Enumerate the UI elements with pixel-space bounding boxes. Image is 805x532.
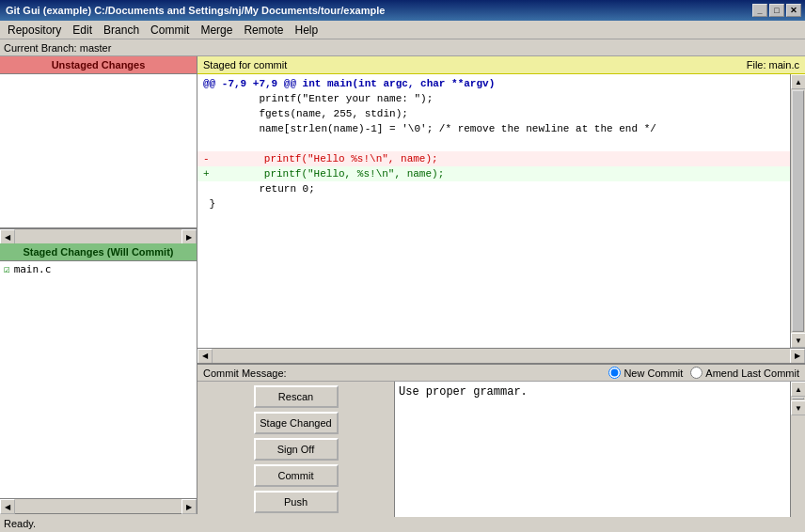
window-controls: _ □ ✕ [752,4,801,17]
diff-scroll-thumb[interactable] [792,90,804,332]
diff-header: Staged for commit File: main.c [197,56,805,74]
commit-scroll-down[interactable]: ▼ [791,400,805,415]
diff-scroll-v[interactable]: ▲ ▼ [790,74,805,348]
staged-file-item[interactable]: ☑ main.c [0,261,197,277]
unstaged-files-area[interactable] [0,74,197,228]
diff-line-1: printf("Enter your name: "); [197,91,790,106]
diff-line-added: + printf("Hello, %s!\n", name); [197,166,790,181]
diff-wrapper: @@ -7,9 +7,9 @@ int main(int argc, char … [197,74,805,348]
unstaged-scroll-h[interactable]: ◀ ▶ [0,228,197,243]
action-buttons: Rescan Stage Changed Sign Off Commit Pus… [197,382,395,517]
close-button[interactable]: ✕ [786,4,801,17]
diff-scroll-up[interactable]: ▲ [791,74,805,89]
commit-scroll-up[interactable]: ▲ [791,382,805,397]
menu-branch[interactable]: Branch [98,22,145,39]
diff-line-4 [197,136,790,151]
scroll-right-arrow[interactable]: ▶ [182,229,197,243]
staged-scroll-left[interactable]: ◀ [0,499,15,514]
commit-msg-label: Commit Message: [203,368,608,379]
diff-line-removed: - printf("Hello %s!\n", name); [197,151,790,166]
diff-line-header: @@ -7,9 +7,9 @@ int main(int argc, char … [197,76,790,91]
new-commit-option[interactable]: New Commit [608,367,683,379]
commit-message-area: Use proper grammar. [395,382,790,517]
staged-header: Staged Changes (Will Commit) [0,243,197,261]
menu-commit[interactable]: Commit [145,22,195,39]
diff-line-2: fgets(name, 255, stdin); [197,106,790,121]
staged-scroll-right[interactable]: ▶ [182,499,197,514]
staged-filename: main.c [14,263,52,275]
diff-hscroll-right[interactable]: ▶ [790,349,805,364]
bottom-content: Rescan Stage Changed Sign Off Commit Pus… [197,382,805,517]
file-checkbox[interactable]: ☑ [4,263,10,275]
branch-label: Current Branch: [4,42,77,54]
commit-button[interactable]: Commit [254,464,339,487]
main-content: Unstaged Changes ◀ ▶ Staged Changes (Wil… [0,56,805,513]
bottom-section: Commit Message: New Commit Amend Last Co… [197,363,805,513]
menu-help[interactable]: Help [289,22,324,39]
menu-repository[interactable]: Repository [2,22,67,39]
diff-area[interactable]: @@ -7,9 +7,9 @@ int main(int argc, char … [197,74,790,348]
staged-section: Staged Changes (Will Commit) ☑ main.c ◀ … [0,243,197,513]
branch-bar: Current Branch: master [0,39,805,56]
menu-remote[interactable]: Remote [238,22,289,39]
diff-line-3: name[strlen(name)-1] = '\0'; /* remove t… [197,121,790,136]
window-title: Git Gui (example) C:/Documents and Setti… [4,5,752,16]
commit-type-group: New Commit Amend Last Commit [608,367,799,379]
diff-header-left: Staged for commit [203,59,287,70]
staged-files-area[interactable]: ☑ main.c [0,261,197,498]
branch-name: master [80,42,112,54]
diff-scroll-h[interactable]: ◀ ▶ [197,348,805,363]
unstaged-file-list: ◀ ▶ [0,74,197,243]
stage-changed-button[interactable]: Stage Changed [254,412,339,434]
maximize-button[interactable]: □ [769,4,784,17]
unstaged-header: Unstaged Changes [0,56,197,74]
minimize-button[interactable]: _ [752,4,767,17]
commit-message-input[interactable]: Use proper grammar. [395,382,790,517]
menu-edit[interactable]: Edit [67,22,98,39]
amend-commit-option[interactable]: Amend Last Commit [690,367,799,379]
diff-header-right: File: main.c [747,59,799,70]
diff-hscroll-left[interactable]: ◀ [197,349,213,364]
diff-scroll-down[interactable]: ▼ [791,333,805,348]
rescan-button[interactable]: Rescan [254,385,339,408]
commit-scroll-v[interactable]: ▲ ▼ [790,382,805,517]
diff-line-6: } [197,196,790,211]
status-text: Ready. [4,518,36,529]
new-commit-radio[interactable] [608,367,621,379]
amend-commit-radio[interactable] [690,367,702,379]
scroll-left-arrow[interactable]: ◀ [0,229,15,243]
diff-line-5: return 0; [197,181,790,196]
left-panel: Unstaged Changes ◀ ▶ Staged Changes (Wil… [0,56,197,513]
new-commit-label: New Commit [623,368,683,379]
title-bar: Git Gui (example) C:/Documents and Setti… [0,0,805,21]
sign-off-button[interactable]: Sign Off [254,438,339,461]
commit-msg-header: Commit Message: New Commit Amend Last Co… [197,365,805,382]
menu-bar: Repository Edit Branch Commit Merge Remo… [0,21,805,39]
staged-scroll-h[interactable]: ◀ ▶ [0,498,197,513]
amend-commit-label: Amend Last Commit [705,368,799,379]
push-button[interactable]: Push [254,491,339,513]
right-panel: Staged for commit File: main.c @@ -7,9 +… [197,56,805,513]
menu-merge[interactable]: Merge [195,22,238,39]
